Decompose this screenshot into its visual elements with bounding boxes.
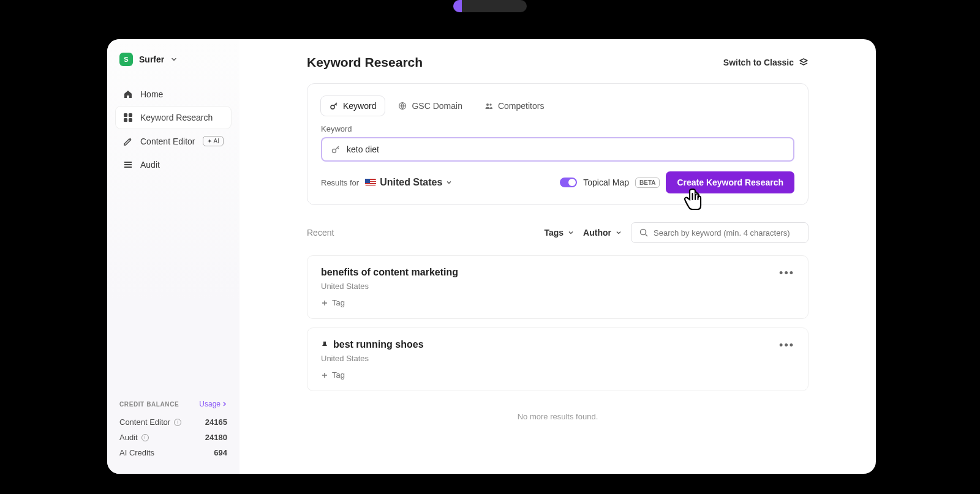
svg-rect-4: [124, 162, 132, 163]
usage-link[interactable]: Usage: [199, 400, 227, 408]
author-dropdown[interactable]: Author: [583, 228, 622, 238]
credit-label: AI Credits: [119, 448, 154, 457]
input-tabs: Keyword GSC Domain Competitors: [321, 96, 794, 116]
browser-top-bar: [0, 0, 980, 16]
credit-label: Content Editor: [119, 417, 170, 427]
result-title: benefits of content marketing: [321, 267, 458, 278]
key-icon: [330, 102, 338, 110]
result-location: United States: [321, 354, 424, 363]
tab-competitors[interactable]: Competitors: [476, 96, 552, 116]
topical-map-label: Topical Map: [583, 178, 629, 187]
plus-icon: [321, 372, 328, 379]
app-window: S Surfer Home Keyword Research: [107, 39, 876, 474]
more-options-button[interactable]: •••: [779, 339, 794, 352]
credit-row-audit: Audit i 24180: [119, 430, 227, 445]
home-icon: [123, 89, 133, 99]
credit-label: Audit: [119, 433, 138, 442]
svg-rect-0: [124, 113, 127, 117]
sidebar-item-home[interactable]: Home: [116, 83, 231, 105]
svg-rect-2: [124, 118, 127, 122]
brand-selector[interactable]: S Surfer: [116, 50, 231, 77]
search-input[interactable]: [654, 228, 801, 238]
keyword-input-wrap[interactable]: [321, 137, 794, 162]
layers-icon: [799, 58, 809, 67]
svg-rect-3: [129, 118, 132, 122]
chevron-down-icon: [170, 56, 178, 63]
credit-value: 694: [214, 448, 227, 457]
info-icon[interactable]: i: [174, 419, 181, 426]
key-icon: [331, 144, 341, 154]
result-title: best running shoes: [321, 339, 424, 350]
sidebar-item-label: Audit: [140, 160, 160, 170]
ai-badge: ✦ AI: [203, 136, 224, 146]
add-tag-button[interactable]: Tag: [321, 298, 458, 307]
chevron-down-icon: [567, 229, 575, 236]
credit-row-ai-credits: AI Credits 694: [119, 445, 227, 460]
result-location: United States: [321, 282, 458, 291]
edit-icon: [123, 137, 133, 146]
globe-icon: [398, 102, 407, 110]
chevron-down-icon: [615, 229, 622, 236]
svg-rect-6: [124, 167, 132, 168]
recent-label: Recent: [307, 228, 334, 238]
tags-dropdown[interactable]: Tags: [544, 228, 575, 238]
country-selector[interactable]: United States: [365, 177, 452, 188]
svg-rect-1: [129, 113, 132, 117]
search-box[interactable]: [631, 222, 809, 243]
sidebar: S Surfer Home Keyword Research: [107, 39, 239, 474]
grid-icon: [123, 113, 133, 122]
keyword-label: Keyword: [321, 124, 794, 133]
sidebar-item-label: Keyword Research: [140, 113, 213, 122]
svg-point-10: [489, 103, 491, 105]
us-flag-icon: [365, 179, 376, 186]
browser-pill: [453, 0, 527, 12]
credit-value: 24165: [205, 417, 227, 427]
credit-value: 24180: [205, 433, 227, 442]
outer-frame: S Surfer Home Keyword Research: [0, 16, 980, 494]
tab-gsc-domain[interactable]: GSC Domain: [390, 96, 470, 116]
credit-balance: CREDIT BALANCE Usage Content Editor i 24…: [116, 397, 231, 463]
brand-name: Surfer: [139, 54, 164, 64]
sidebar-item-content-editor[interactable]: Content Editor ✦ AI: [116, 130, 231, 152]
keyword-card: Keyword GSC Domain Competitors Keyword: [307, 83, 809, 205]
credit-row-content-editor: Content Editor i 24165: [119, 414, 227, 430]
result-card[interactable]: best running shoes United States Tag •••: [307, 327, 809, 391]
keyword-input[interactable]: [347, 144, 785, 154]
main-content: Keyword Research Switch to Classic Keywo…: [239, 39, 876, 474]
beta-badge: BETA: [635, 178, 660, 188]
result-card[interactable]: benefits of content marketing United Sta…: [307, 255, 809, 319]
more-options-button[interactable]: •••: [779, 267, 794, 280]
create-keyword-research-button[interactable]: Create Keyword Research: [666, 171, 794, 193]
no-more-results: No more results found.: [307, 400, 809, 433]
sidebar-item-audit[interactable]: Audit: [116, 154, 231, 176]
svg-point-12: [641, 230, 646, 235]
info-icon[interactable]: i: [141, 434, 149, 441]
sidebar-nav: Home Keyword Research Content Editor ✦ A…: [116, 83, 231, 176]
tab-keyword[interactable]: Keyword: [321, 96, 385, 116]
add-tag-button[interactable]: Tag: [321, 370, 424, 380]
sidebar-item-label: Home: [140, 89, 163, 99]
users-icon: [484, 102, 493, 110]
plus-icon: [321, 299, 328, 307]
svg-point-11: [333, 149, 336, 153]
sidebar-item-keyword-research[interactable]: Keyword Research: [116, 107, 231, 129]
topical-map-toggle[interactable]: [560, 178, 577, 187]
credit-title: CREDIT BALANCE: [119, 401, 179, 408]
list-icon: [123, 160, 133, 170]
cursor-icon: [683, 189, 704, 212]
sidebar-item-label: Content Editor: [140, 137, 195, 146]
svg-rect-5: [124, 164, 132, 165]
chevron-down-icon: [446, 179, 452, 185]
svg-point-9: [486, 103, 489, 106]
search-icon: [639, 228, 649, 238]
chevron-right-icon: [222, 401, 227, 407]
page-title: Keyword Research: [307, 55, 423, 70]
brand-badge: S: [119, 53, 133, 66]
switch-to-classic[interactable]: Switch to Classic: [723, 58, 809, 67]
pin-icon: [321, 341, 328, 348]
results-for: Results for: [321, 178, 359, 187]
